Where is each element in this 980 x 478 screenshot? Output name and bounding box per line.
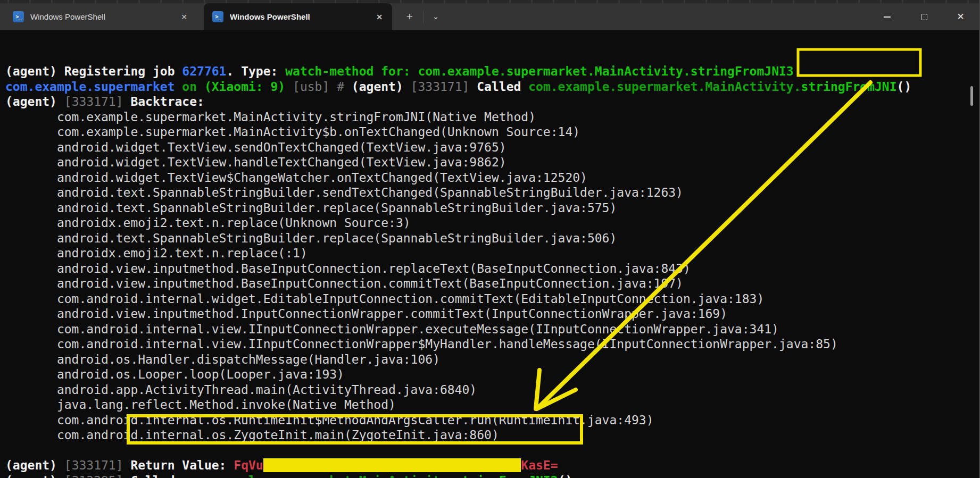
terminal-line: com.android.internal.os.RuntimeInit$Meth…	[5, 413, 979, 428]
terminal-line: com.example.supermarket on (Xiaomi: 9) […	[5, 79, 979, 95]
terminal-text-segment: android.widget.TextView.handleTextChange…	[5, 155, 506, 169]
terminal-line: androidx.emoji2.text.n.replace(Unknown S…	[5, 215, 979, 231]
tab-windows-powershell-1[interactable]: >_ Windows PowerShell ✕	[4, 3, 197, 30]
terminal-line: android.widget.TextView$ChangeWatcher.on…	[5, 170, 979, 186]
terminal-line: android.os.Looper.loop(Looper.java:193)	[5, 367, 979, 382]
terminal-line: android.widget.TextView.handleTextChange…	[5, 155, 979, 170]
tab-title: Windows PowerShell	[230, 12, 372, 21]
terminal-line: android.text.SpannableStringBuilder.repl…	[5, 231, 979, 246]
terminal-output: (agent) Registering job 627761. Type: wa…	[5, 64, 979, 478]
tab-windows-powershell-2[interactable]: >_ Windows PowerShell ✕	[204, 3, 392, 30]
terminal-text-segment: . Type:	[226, 64, 285, 78]
terminal-text-segment: (agent)	[5, 95, 64, 108]
terminal-text-segment: java.lang.reflect.Method.invoke(Native M…	[5, 398, 396, 412]
new-tab-button[interactable]: +	[400, 7, 419, 26]
terminal-line: com.android.internal.widget.EditableInpu…	[5, 291, 979, 307]
tab-close-icon[interactable]: ✕	[177, 10, 192, 24]
terminal-viewport[interactable]: (agent) Registering job 627761. Type: wa…	[0, 30, 979, 478]
terminal-text-segment: FqVu	[234, 458, 263, 472]
terminal-text-segment: com.example.supermarket.MainActivity.	[182, 474, 454, 478]
terminal-text-segment: com.example.supermarket.MainActivity$b.o…	[5, 125, 580, 139]
terminal-text-segment: android.view.inputmethod.BaseInputConnec…	[5, 276, 683, 290]
terminal-text-segment: (agent) Registering job	[5, 64, 182, 78]
tab-title: Windows PowerShell	[30, 12, 177, 21]
terminal-text-segment: android.widget.TextView$ChangeWatcher.on…	[5, 171, 587, 185]
terminal-line: com.example.supermarket.MainActivity$b.o…	[5, 124, 979, 140]
terminal-text-segment: on	[175, 80, 204, 94]
terminal-text-segment: com.android.internal.view.IInputConnecti…	[5, 337, 838, 351]
terminal-text-segment: (agent)	[352, 80, 403, 94]
terminal-text-segment: android.widget.TextView.sendOnTextChange…	[5, 140, 506, 154]
terminal-text-segment: android.os.Looper.loop(Looper.java:193)	[5, 367, 344, 381]
window-controls: ✕	[869, 3, 979, 30]
terminal-text-segment: android.text.SpannableStringBuilder.repl…	[5, 201, 617, 215]
terminal-text-segment: android.text.SpannableStringBuilder.repl…	[5, 231, 617, 245]
terminal-text-segment: (Xiaomi: 9)	[204, 80, 285, 94]
terminal-line: com.android.internal.view.IInputConnecti…	[5, 322, 979, 337]
terminal-line: (agent) [313295] Called com.example.supe…	[5, 473, 979, 478]
terminal-text-segment: com.example.supermarket.MainActivity.str…	[5, 110, 536, 124]
terminal-line: androidx.emoji2.text.n.replace(:1)	[5, 246, 979, 261]
terminal-text-segment: android.os.Handler.dispatchMessage(Handl…	[5, 353, 440, 366]
terminal-text-segment: stringFromJNI2	[455, 474, 558, 478]
terminal-line: android.view.inputmethod.BaseInputConnec…	[5, 276, 979, 291]
terminal-line: com.android.internal.view.IInputConnecti…	[5, 337, 979, 352]
terminal-text-segment: Backtrace:	[123, 95, 204, 108]
terminal-line: android.app.ActivityThread.main(Activity…	[5, 382, 979, 398]
tab-close-icon[interactable]: ✕	[372, 10, 387, 24]
terminal-text-segment: [313295]	[64, 474, 123, 478]
terminal-line: android.os.Handler.dispatchMessage(Handl…	[5, 352, 979, 367]
terminal-text-segment: Called	[123, 474, 182, 478]
terminal-text-segment: (agent)	[5, 458, 64, 472]
terminal-text-segment: com.example.supermarket.MainActivity.	[528, 80, 801, 94]
terminal-text-segment: ()	[558, 474, 573, 478]
terminal-line: android.view.inputmethod.InputConnection…	[5, 306, 979, 322]
terminal-text-segment: androidx.emoji2.text.n.replace(Unknown S…	[5, 216, 411, 230]
terminal-text-segment: Called	[469, 80, 528, 94]
redaction-bar	[263, 458, 521, 472]
terminal-text-segment: android.view.inputmethod.BaseInputConnec…	[5, 262, 691, 275]
terminal-text-segment: androidx.emoji2.text.n.replace(:1)	[5, 246, 308, 260]
powershell-icon: >_	[13, 11, 24, 22]
terminal-line: (agent) [333171] Backtrace:	[5, 94, 979, 110]
minimize-button[interactable]	[869, 3, 906, 30]
terminal-text-segment: android.view.inputmethod.InputConnection…	[5, 307, 727, 321]
terminal-text-segment: [333171]	[403, 80, 470, 94]
terminal-text-segment: (agent)	[5, 474, 64, 478]
terminal-line: android.widget.TextView.sendOnTextChange…	[5, 140, 979, 155]
close-icon: ✕	[957, 12, 964, 21]
terminal-text-segment: com.android.internal.widget.EditableInpu…	[5, 292, 764, 306]
terminal-line: com.android.internal.os.ZygoteInit.main(…	[5, 427, 979, 443]
terminal-text-segment: com.example.supermarket	[5, 80, 175, 94]
scrollbar-thumb[interactable]	[970, 86, 973, 106]
titlebar[interactable]: >_ Windows PowerShell ✕ >_ Windows Power…	[0, 3, 979, 30]
terminal-text-segment: [333171]	[64, 458, 123, 472]
terminal-text-segment: com.android.internal.os.ZygoteInit.main(…	[5, 428, 499, 442]
terminal-window: >_ Windows PowerShell ✕ >_ Windows Power…	[0, 0, 980, 478]
terminal-line	[5, 443, 979, 458]
terminal-line: java.lang.reflect.Method.invoke(Native M…	[5, 397, 979, 413]
terminal-text-segment: android.text.SpannableStringBuilder.send…	[5, 186, 683, 199]
terminal-line: android.text.SpannableStringBuilder.repl…	[5, 200, 979, 216]
terminal-line: (agent) [333171] Return Value: FqVu KasE…	[5, 458, 979, 473]
terminal-line: android.text.SpannableStringBuilder.send…	[5, 185, 979, 200]
terminal-text-segment: ()	[897, 80, 912, 94]
minimize-icon	[884, 16, 891, 18]
chevron-down-icon[interactable]: ⌄	[426, 7, 445, 26]
terminal-text-segment: android.app.ActivityThread.main(Activity…	[5, 383, 477, 397]
close-button[interactable]: ✕	[942, 3, 979, 30]
terminal-text-segment: com.android.internal.view.IInputConnecti…	[5, 322, 779, 336]
terminal-text-segment: Return Value:	[123, 458, 234, 472]
maximize-icon	[921, 14, 927, 20]
terminal-text-segment: watch-method for: com.example.supermarke…	[285, 64, 793, 78]
terminal-line: (agent) Registering job 627761. Type: wa…	[5, 64, 979, 79]
terminal-line: android.view.inputmethod.BaseInputConnec…	[5, 261, 979, 276]
terminal-text-segment: stringFromJNI	[801, 80, 897, 94]
terminal-text-segment: KasE=	[521, 458, 558, 472]
terminal-text-segment: com.android.internal.os.RuntimeInit$Meth…	[5, 413, 654, 427]
maximize-button[interactable]	[906, 3, 942, 30]
terminal-text-segment: [usb] #	[285, 80, 352, 94]
powershell-icon: >_	[212, 11, 223, 22]
tab-separator	[423, 11, 423, 23]
terminal-text-segment: [333171]	[64, 95, 123, 108]
